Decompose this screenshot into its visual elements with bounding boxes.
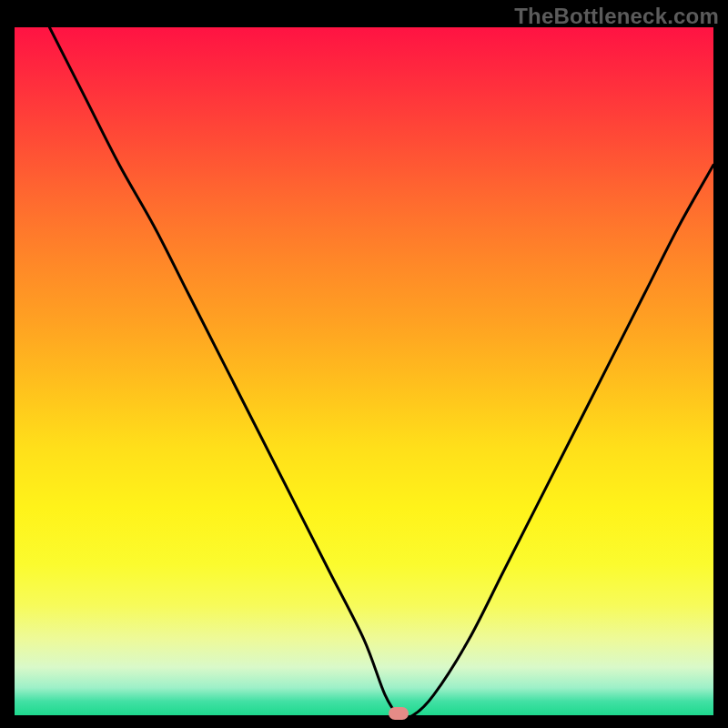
bottleneck-curve [15, 27, 713, 715]
chart-frame: TheBottleneck.com [0, 0, 728, 728]
watermark-text: TheBottleneck.com [514, 4, 719, 29]
optimal-point-marker [389, 707, 409, 720]
curve-path [49, 27, 713, 715]
